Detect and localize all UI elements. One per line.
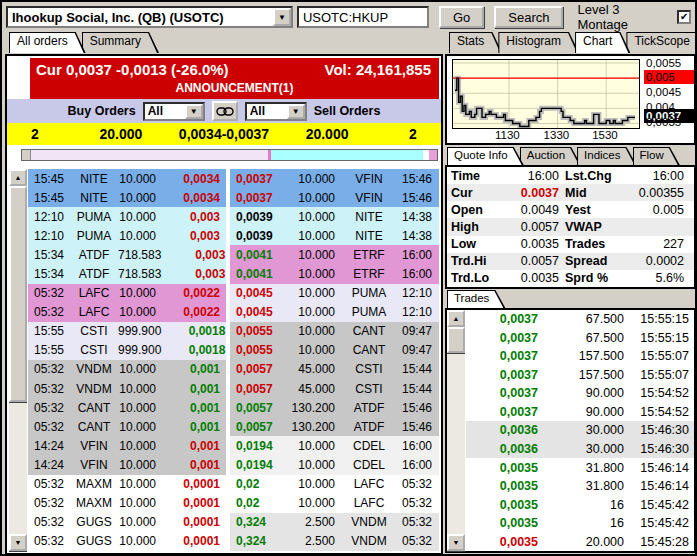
tab-tickscope[interactable]: TickScope — [626, 32, 697, 53]
montage-row[interactable]: 14:24VFIN10.0000,0010,019410.000CDEL16:0… — [28, 455, 439, 474]
ask-size: 10.000 — [290, 248, 343, 262]
trade-time: 15:46:14 — [624, 461, 689, 475]
scrollbar-track[interactable] — [447, 327, 465, 534]
montage-row[interactable]: 12:10PUMA10.0000,0030,003910.000NITE14:3… — [28, 207, 439, 226]
bid-price: 0,003 — [164, 229, 226, 243]
montage-row[interactable]: 05:32GUGS10.0000,00010,3242.500VNDM05:32 — [28, 532, 439, 551]
ask-time: 15:44 — [395, 362, 439, 376]
montage-row[interactable]: 15:45NITE10.0000,00340,003710.000VFIN15:… — [28, 169, 439, 188]
tab-auction[interactable]: Auction — [520, 147, 581, 165]
quote-value: 5.6% — [629, 271, 690, 285]
ask-market-maker: CSTI — [343, 382, 395, 396]
bid-price: 0,001 — [164, 382, 226, 396]
ask-market-maker: CANT — [343, 343, 395, 357]
intraday-chart-plot[interactable] — [452, 59, 640, 129]
bid-size: 10.000 — [118, 229, 164, 243]
montage-row[interactable]: 15:45NITE10.0000,00340,003710.000VFIN15:… — [28, 188, 439, 207]
montage-row[interactable]: 15:34ATDF718.5830,0030,004110.000ETRF16:… — [28, 264, 439, 283]
scroll-up-button[interactable]: ▲ — [447, 310, 465, 327]
montage-row[interactable]: 05:32MAXM10.0000,00010,0210.000LAFC05:32 — [28, 475, 439, 494]
trade-time: 15:45:42 — [624, 498, 689, 512]
ask-size: 10.000 — [290, 305, 343, 319]
scroll-up-button[interactable]: ▲ — [9, 169, 27, 186]
ask-market-maker: VNDM — [343, 534, 395, 548]
tab-quote-info[interactable]: Quote Info — [447, 147, 524, 165]
montage-row[interactable]: 05:32GUGS10.0000,00010,3242.500VNDM05:32 — [28, 513, 439, 532]
symbol-combobox[interactable]: Ihookup Social, Inc. (QB) (USOTC) ▼ — [6, 6, 293, 28]
trade-row[interactable]: 0,003767.50015:55:15 — [466, 329, 694, 348]
tab-stats[interactable]: Stats — [449, 32, 502, 53]
montage-row[interactable]: 12:10PUMA10.0000,0030,003910.000NITE14:3… — [28, 226, 439, 245]
go-button[interactable]: Go — [439, 6, 484, 28]
buy-sell-pressure-bar[interactable] — [21, 149, 438, 161]
montage-row[interactable]: 14:24VFIN10.0000,0010,019410.000CDEL16:0… — [28, 436, 439, 455]
montage-row[interactable]: 05:32LAFC10.0000,00220,004510.000PUMA12:… — [28, 303, 439, 322]
montage-row[interactable]: 15:34ATDF718.5830,0030,004110.000ETRF16:… — [28, 245, 439, 264]
level3-montage-checkbox[interactable]: ✔ — [677, 10, 691, 24]
scrollbar-thumb[interactable] — [447, 327, 465, 353]
bid-side: 05:32GUGS10.0000,0001 — [28, 532, 226, 551]
scrollbar-thumb[interactable] — [9, 186, 27, 402]
ask-size: 10.000 — [290, 267, 343, 281]
montage-row[interactable]: 05:32VNDM10.0000,0010,005745.000CSTI15:4… — [28, 379, 439, 398]
montage-row[interactable]: 05:32VNDM10.0000,0010,005745.000CSTI15:4… — [28, 360, 439, 379]
sell-filter-dropdown-button[interactable]: ▼ — [287, 104, 305, 119]
trade-row[interactable]: 0,003630.00015:46:30 — [466, 440, 694, 459]
montage-row[interactable]: 05:32LAFC10.0000,00220,004510.000PUMA12:… — [28, 284, 439, 303]
down-arrow-icon: ▼ — [453, 539, 460, 546]
tab-chart[interactable]: Chart — [575, 32, 630, 53]
montage-row[interactable]: 15:55CSTI999.9000,00180,005510.000CANT09… — [28, 322, 439, 341]
trade-row[interactable]: 0,0037157.50015:55:07 — [466, 347, 694, 366]
symbol-combobox-dropdown-button[interactable]: ▼ — [273, 8, 291, 26]
pressure-end-segment — [429, 150, 437, 160]
tab-summary[interactable]: Summary — [82, 32, 159, 53]
scrollbar-track[interactable] — [9, 186, 27, 534]
ask-price: 0,324 — [230, 515, 290, 529]
trade-row[interactable]: 0,003531.80015:46:14 — [466, 458, 694, 477]
bid-size: 10.000 — [118, 496, 164, 510]
quote-label: Yest — [565, 203, 629, 217]
trade-row[interactable]: 0,0037157.50015:55:07 — [466, 366, 694, 385]
orderbook-scrollbar[interactable]: ▲ ▼ — [9, 169, 28, 551]
montage-row[interactable]: 05:32MAXM10.0000,00010,0210.000LAFC05:32 — [28, 494, 439, 513]
buy-filter-combobox[interactable]: All ▼ — [143, 102, 205, 121]
trade-size: 67.500 — [538, 331, 624, 345]
bid-time: 15:55 — [28, 324, 70, 338]
trade-row[interactable]: 0,003520.00015:45:28 — [466, 532, 694, 551]
pressure-bar-handle[interactable] — [22, 150, 31, 160]
bid-size: 10.000 — [118, 534, 164, 548]
scroll-down-button[interactable]: ▼ — [447, 534, 465, 551]
trades-scrollbar[interactable]: ▲ ▼ — [447, 310, 466, 551]
buy-filter-dropdown-button[interactable]: ▼ — [185, 104, 203, 119]
trade-row[interactable]: 0,003790.00015:54:52 — [466, 403, 694, 422]
link-filters-button[interactable] — [212, 101, 238, 121]
down-arrow-icon: ▼ — [15, 539, 22, 546]
announcement-banner[interactable]: ANNOUNCEMENT(1) — [30, 79, 439, 99]
trade-row[interactable]: 0,003531.80015:46:14 — [466, 477, 694, 496]
ask-size: 45.000 — [290, 362, 343, 376]
sell-filter-combobox[interactable]: All ▼ — [245, 102, 307, 121]
tab-flow[interactable]: Flow — [633, 147, 680, 165]
quote-label: Lst.Chg — [565, 169, 629, 183]
search-button[interactable]: Search — [494, 6, 563, 28]
montage-row[interactable]: 05:32CANT10.0000,0010,0057130.200ATDF15:… — [28, 417, 439, 436]
trade-row[interactable]: 0,00351615:45:42 — [466, 495, 694, 514]
trade-row[interactable]: 0,00351615:45:42 — [466, 514, 694, 533]
tab-all-orders[interactable]: All orders — [9, 32, 86, 53]
trade-row[interactable]: 0,003630.00015:46:30 — [466, 421, 694, 440]
trade-row[interactable]: 0,003790.00015:54:52 — [466, 384, 694, 403]
quote-label: Open — [451, 203, 501, 217]
tab-trades[interactable]: Trades — [447, 290, 505, 308]
symbol-input[interactable] — [297, 6, 429, 28]
montage-row[interactable]: 15:55CSTI999.9000,00180,005510.000CANT09… — [28, 341, 439, 360]
ask-side: 0,0210.000LAFC05:32 — [230, 475, 439, 494]
tab-histogram[interactable]: Histogram — [498, 32, 579, 53]
trade-row[interactable]: 0,003767.50015:55:15 — [466, 310, 694, 329]
ask-size: 2.500 — [290, 515, 343, 529]
ask-size: 10.000 — [290, 343, 343, 357]
right-panel-tabs: StatsHistogramChartTickScope — [449, 32, 697, 53]
tab-indices[interactable]: Indices — [577, 147, 636, 165]
ask-side: 0,005510.000CANT09:47 — [230, 322, 439, 341]
scroll-down-button[interactable]: ▼ — [9, 534, 27, 551]
montage-row[interactable]: 05:32CANT10.0000,0010,0057130.200ATDF15:… — [28, 398, 439, 417]
